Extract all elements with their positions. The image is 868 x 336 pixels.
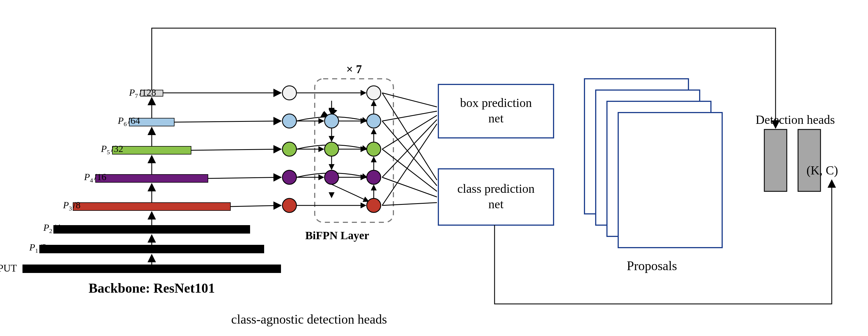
svg-line-51 <box>382 149 437 191</box>
p6-sub: 6 <box>124 120 127 128</box>
bifpn-diag <box>332 93 339 114</box>
svg-line-38 <box>332 184 368 201</box>
bifpn-mid <box>324 114 339 184</box>
p4-div: /16 <box>94 172 106 182</box>
svg-line-15 <box>208 177 281 178</box>
node-c1-p4 <box>282 170 297 184</box>
svg-line-42 <box>333 97 339 114</box>
cls-pred-line2: net <box>488 197 503 211</box>
svg-text:P: P <box>129 87 135 97</box>
node-mid-p5 <box>324 142 339 156</box>
node-c1-p7 <box>282 86 297 100</box>
node-c3-p7 <box>367 86 381 100</box>
svg-line-14 <box>230 205 281 206</box>
svg-line-53 <box>382 203 437 205</box>
svg-line-16 <box>191 149 281 150</box>
detection-heads-label: Detection heads <box>755 113 835 127</box>
p1-sub: 1 <box>35 247 38 254</box>
box-pred-line1: box prediction <box>460 96 532 110</box>
p3-sub: 3 <box>69 205 72 212</box>
svg-line-50 <box>382 121 437 186</box>
node-c1-p3 <box>282 198 297 213</box>
bottom-label: class-agnostic detection heads <box>231 312 387 327</box>
node-c3-p6 <box>367 114 381 128</box>
node-c1-p5 <box>282 142 297 156</box>
box-prediction-net <box>438 84 554 138</box>
p4-sub: 4 <box>90 177 93 184</box>
svg-line-46 <box>382 115 437 149</box>
p6-div: /64 <box>128 115 140 126</box>
svg-line-44 <box>382 93 437 107</box>
bifpn-multiplier: × 7 <box>346 63 362 76</box>
p5-div: /32 <box>111 143 123 154</box>
p3-div: /8 <box>73 200 81 210</box>
level-p2 <box>53 225 250 233</box>
cls-pred-line1: class prediction <box>458 182 535 196</box>
box-pred-line2: net <box>488 111 503 125</box>
node-mid-p4 <box>324 170 339 184</box>
svg-text:P: P <box>43 222 49 233</box>
level-p3 <box>73 203 230 211</box>
node-c1-p6 <box>282 114 297 128</box>
svg-text:P: P <box>101 143 107 154</box>
svg-text:P: P <box>29 242 35 252</box>
detection-head-2 <box>798 130 820 191</box>
detection-output: (K, C) <box>806 164 838 177</box>
svg-text:P: P <box>63 200 69 210</box>
p2-div: /4 <box>53 222 61 233</box>
level-p1 <box>39 245 264 253</box>
svg-line-47 <box>382 120 437 177</box>
bifpn-col1 <box>282 86 297 213</box>
node-c3-p5 <box>367 142 381 156</box>
svg-line-39 <box>293 97 326 117</box>
node-c3-p4 <box>367 170 381 184</box>
p7-sub: 7 <box>135 92 138 99</box>
p5-sub: 5 <box>107 148 110 156</box>
p2-sub: 2 <box>49 227 52 234</box>
bifpn-to-heads <box>382 93 437 205</box>
p7-div: /128 <box>139 87 156 97</box>
svg-text:P: P <box>84 172 90 182</box>
level-p5 <box>113 146 191 154</box>
node-mid-p6 <box>324 114 339 128</box>
svg-line-17 <box>174 121 281 122</box>
bifpn-label: BiFPN Layer <box>305 229 369 242</box>
svg-line-52 <box>382 177 437 197</box>
level-input <box>23 264 281 273</box>
input-label: INPUT <box>0 262 17 274</box>
p1-div: /2 <box>39 242 46 252</box>
svg-line-45 <box>382 111 437 121</box>
proposals-label: Proposals <box>627 259 677 273</box>
svg-rect-57 <box>618 113 722 248</box>
detection-head-1 <box>764 130 787 191</box>
class-prediction-net <box>438 169 554 225</box>
backbone-label: Backbone: ResNet101 <box>89 281 215 296</box>
svg-text:P: P <box>118 115 124 126</box>
proposals <box>585 79 722 248</box>
level-p4 <box>96 174 208 183</box>
node-c3-p3 <box>367 198 381 213</box>
